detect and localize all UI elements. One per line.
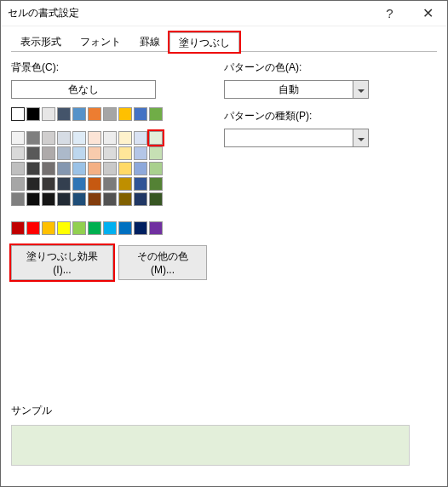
color-swatch[interactable] <box>149 146 163 160</box>
chevron-down-icon[interactable] <box>353 81 368 98</box>
color-swatch[interactable] <box>72 131 86 145</box>
palette-standard <box>11 221 207 235</box>
color-swatch[interactable] <box>88 162 101 175</box>
color-swatch[interactable] <box>72 177 86 191</box>
dialog-body: 表示形式 フォント 罫線 塗りつぶし 背景色(C): 色なし 塗りつぶし効果(I… <box>1 26 447 487</box>
color-swatch[interactable] <box>57 107 71 121</box>
color-swatch[interactable] <box>72 221 86 235</box>
color-swatch[interactable] <box>149 107 163 121</box>
color-swatch[interactable] <box>57 131 71 145</box>
color-swatch[interactable] <box>42 146 55 160</box>
color-swatch[interactable] <box>26 146 40 160</box>
color-swatch[interactable] <box>26 177 40 191</box>
color-swatch[interactable] <box>88 192 101 206</box>
color-swatch[interactable] <box>11 131 25 145</box>
color-swatch[interactable] <box>57 162 71 175</box>
color-swatch[interactable] <box>88 131 101 145</box>
color-swatch[interactable] <box>118 146 132 160</box>
color-swatch[interactable] <box>134 192 147 206</box>
color-swatch[interactable] <box>11 177 25 191</box>
pattern-type-label: パターンの種類(P): <box>224 109 437 123</box>
dialog-title: セルの書式設定 <box>8 6 370 20</box>
color-swatch[interactable] <box>118 162 132 175</box>
color-swatch[interactable] <box>72 107 86 121</box>
color-swatch[interactable] <box>72 162 86 175</box>
color-swatch[interactable] <box>72 146 86 160</box>
color-swatch[interactable] <box>11 162 25 175</box>
color-swatch[interactable] <box>118 192 132 206</box>
color-swatch[interactable] <box>57 221 71 235</box>
color-swatch[interactable] <box>134 177 147 191</box>
sample-preview <box>11 425 410 466</box>
pattern-type-value <box>225 129 353 146</box>
color-swatch[interactable] <box>11 107 25 121</box>
color-swatch[interactable] <box>88 177 101 191</box>
color-swatch[interactable] <box>118 131 132 145</box>
pattern-color-combo[interactable]: 自動 <box>224 80 369 99</box>
color-swatch[interactable] <box>134 131 147 145</box>
close-button[interactable]: ✕ <box>409 1 447 26</box>
color-swatch[interactable] <box>103 162 117 175</box>
titlebar: セルの書式設定 ? ✕ <box>1 1 447 26</box>
color-swatch[interactable] <box>26 131 40 145</box>
fill-effects-button[interactable]: 塗りつぶし効果(I)... <box>11 245 113 280</box>
color-swatch[interactable] <box>26 192 40 206</box>
tab-number-format[interactable]: 表示形式 <box>11 32 71 51</box>
color-swatch[interactable] <box>11 192 25 206</box>
more-colors-button[interactable]: その他の色(M)... <box>118 245 207 280</box>
color-swatch[interactable] <box>11 221 25 235</box>
color-swatch[interactable] <box>149 162 163 175</box>
color-swatch[interactable] <box>118 107 132 121</box>
color-swatch[interactable] <box>11 146 25 160</box>
tab-font[interactable]: フォント <box>71 32 130 51</box>
pattern-color-value: 自動 <box>225 81 353 98</box>
color-swatch[interactable] <box>57 192 71 206</box>
no-color-button[interactable]: 色なし <box>11 80 156 99</box>
color-swatch[interactable] <box>26 107 40 121</box>
color-swatch[interactable] <box>149 192 163 206</box>
color-swatch[interactable] <box>42 131 55 145</box>
format-cells-dialog: セルの書式設定 ? ✕ 表示形式 フォント 罫線 塗りつぶし 背景色(C): 色… <box>0 0 448 487</box>
color-swatch[interactable] <box>118 221 132 235</box>
color-swatch[interactable] <box>134 221 147 235</box>
sample-label: サンプル <box>11 404 437 418</box>
color-swatch[interactable] <box>103 107 117 121</box>
color-swatch[interactable] <box>134 146 147 160</box>
color-swatch[interactable] <box>26 221 40 235</box>
chevron-down-icon[interactable] <box>353 129 368 146</box>
tab-fill[interactable]: 塗りつぶし <box>169 32 239 52</box>
color-swatch[interactable] <box>103 131 117 145</box>
color-swatch[interactable] <box>57 146 71 160</box>
pattern-color-label: パターンの色(A): <box>224 60 437 75</box>
color-swatch[interactable] <box>42 221 55 235</box>
color-swatch[interactable] <box>88 221 101 235</box>
color-swatch[interactable] <box>149 221 163 235</box>
color-swatch[interactable] <box>42 107 55 121</box>
color-swatch[interactable] <box>88 146 101 160</box>
color-swatch[interactable] <box>26 162 40 175</box>
color-swatch[interactable] <box>118 177 132 191</box>
tabs: 表示形式 フォント 罫線 塗りつぶし <box>11 32 437 52</box>
pattern-type-combo[interactable] <box>224 129 369 147</box>
color-swatch[interactable] <box>57 177 71 191</box>
color-swatch[interactable] <box>134 107 147 121</box>
color-swatch[interactable] <box>103 221 117 235</box>
no-color-label: 色なし <box>68 83 99 97</box>
palette-top-row <box>11 107 207 121</box>
color-swatch[interactable] <box>42 162 55 175</box>
color-swatch[interactable] <box>72 192 86 206</box>
color-swatch[interactable] <box>149 131 163 145</box>
tab-border[interactable]: 罫線 <box>130 32 169 51</box>
color-swatch[interactable] <box>42 177 55 191</box>
palette-theme <box>11 131 207 206</box>
color-swatch[interactable] <box>134 162 147 175</box>
color-swatch[interactable] <box>103 192 117 206</box>
color-swatch[interactable] <box>88 107 101 121</box>
help-button[interactable]: ? <box>370 1 409 26</box>
color-swatch[interactable] <box>42 192 55 206</box>
color-swatch[interactable] <box>103 177 117 191</box>
bg-color-label: 背景色(C): <box>11 60 207 75</box>
color-swatch[interactable] <box>149 177 163 191</box>
color-swatch[interactable] <box>103 146 117 160</box>
